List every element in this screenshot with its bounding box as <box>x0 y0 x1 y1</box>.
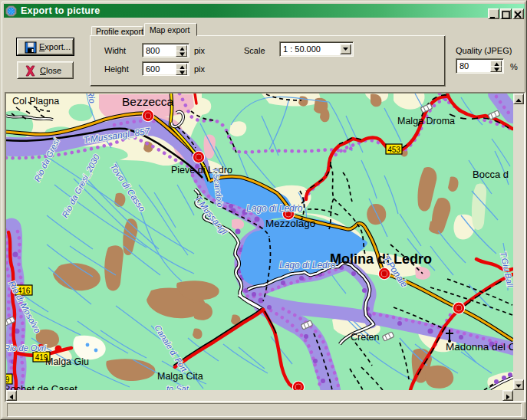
svg-text:453: 453 <box>387 146 400 154</box>
svg-text:Madonna del C: Madonna del C <box>446 341 513 353</box>
svg-text:to Sat: to Sat <box>166 384 189 390</box>
svg-text:Pieve di Ledro: Pieve di Ledro <box>171 165 232 176</box>
svg-text:Bezzecca: Bezzecca <box>122 95 174 108</box>
svg-text:Malga Cita: Malga Cita <box>157 371 203 382</box>
svg-text:Mezzolago: Mezzolago <box>265 218 315 229</box>
svg-text:Malga Giu: Malga Giu <box>45 356 89 367</box>
svg-text:Col Plagna: Col Plagna <box>12 96 59 107</box>
svg-text:Rio de Ovri: Rio de Ovri <box>6 343 47 353</box>
svg-text:9: 9 <box>6 376 10 384</box>
svg-text:Creten: Creten <box>351 332 380 343</box>
svg-text:Malga Droma: Malga Droma <box>397 116 455 126</box>
svg-text:Bocca d: Bocca d <box>473 169 509 180</box>
svg-text:Lago di Ledro: Lago di Ledro <box>246 203 303 214</box>
svg-text:Rochet de Caset: Rochet de Caset <box>6 383 77 390</box>
svg-text:Lago di Ledro: Lago di Ledro <box>279 260 336 271</box>
